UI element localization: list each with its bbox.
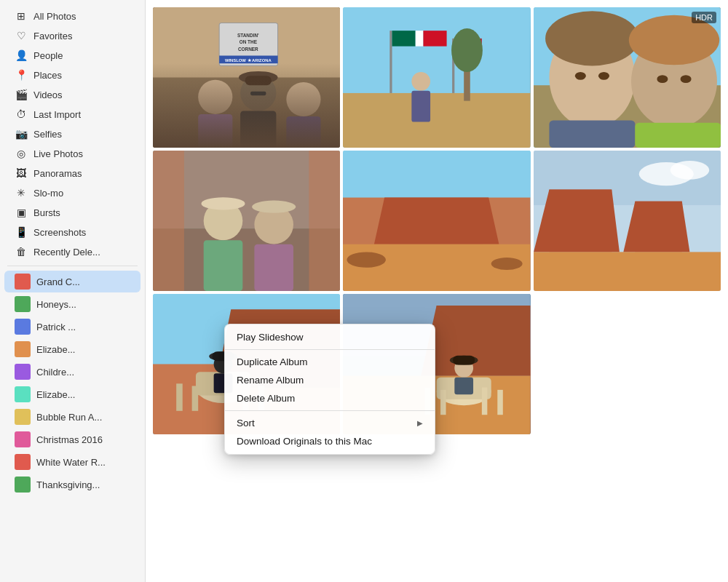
svg-rect-21 (416, 31, 424, 46)
context-menu-label: Play Slideshow (237, 332, 304, 343)
sidebar-item-all-photos[interactable]: ⊞ All Photos (4, 7, 141, 25)
sidebar-item-panoramas[interactable]: 🖼 Panoramas (4, 164, 141, 183)
svg-rect-39 (635, 123, 721, 148)
sidebar-item-places[interactable]: 📍 Places (4, 65, 141, 84)
sidebar-item-grand-canyon[interactable]: Grand C... (4, 271, 141, 292)
svg-text:CORNER: CORNER (238, 47, 258, 52)
svg-rect-38 (549, 120, 635, 148)
sidebar-item-label: Selfies (33, 129, 62, 140)
svg-marker-68 (623, 202, 689, 252)
context-menu-duplicate-album[interactable]: Duplicate Album (225, 353, 435, 371)
sidebar-item-bubble-run[interactable]: Bubble Run A... (4, 406, 141, 428)
svg-point-40 (574, 72, 585, 80)
svg-rect-16 (250, 92, 266, 95)
svg-point-62 (491, 258, 523, 270)
svg-rect-18 (343, 93, 530, 148)
photo-cell[interactable] (153, 151, 340, 291)
photo-cell[interactable]: STANDIN' ON THE CORNER WINSLOW ★ ARIZONA (153, 7, 340, 148)
sidebar-item-honeymoon[interactable]: Honeys... (4, 293, 141, 315)
sidebar-item-label: Elizabe... (36, 344, 75, 355)
svg-point-43 (680, 75, 691, 83)
sidebar-item-elizabeth2[interactable]: Elizabe... (4, 383, 141, 405)
sidebar-item-live-photos[interactable]: ◎ Live Photos (4, 144, 141, 163)
favorites-icon: ♡ (15, 29, 28, 42)
context-menu-sort[interactable]: Sort ▶ (225, 414, 435, 432)
sidebar-item-screenshots[interactable]: 📱 Screenshots (4, 223, 141, 242)
selfies-icon: 📷 (15, 127, 28, 140)
sidebar-item-label: Bubble Run A... (36, 412, 102, 423)
people-icon: 👤 (15, 49, 28, 62)
svg-rect-98 (440, 390, 446, 415)
svg-rect-82 (176, 383, 183, 411)
sidebar-item-last-import[interactable]: ⏱ Last Import (4, 105, 141, 124)
sidebar-item-favorites[interactable]: ♡ Favorites (4, 26, 141, 45)
svg-rect-69 (534, 252, 721, 291)
svg-point-30 (412, 72, 431, 91)
sidebar-item-slo-mo[interactable]: ✳ Slo-mo (4, 183, 141, 202)
context-menu-download-originals[interactable]: Download Originals to this Mac (225, 432, 435, 450)
context-menu-rename-album[interactable]: Rename Album (225, 371, 435, 389)
svg-text:STANDIN': STANDIN' (237, 33, 259, 38)
svg-rect-22 (424, 31, 447, 46)
album-thumbnail (15, 409, 31, 425)
svg-point-61 (347, 252, 387, 267)
context-menu-divider (225, 410, 435, 411)
svg-rect-83 (192, 386, 199, 411)
svg-rect-15 (245, 76, 272, 85)
context-menu-delete-album[interactable]: Delete Album (225, 389, 435, 407)
sidebar-item-label: Live Photos (33, 148, 83, 159)
context-menu-play-slideshow[interactable]: Play Slideshow (225, 328, 435, 346)
svg-rect-59 (343, 151, 530, 197)
svg-point-42 (657, 75, 668, 83)
sidebar-item-label: Places (33, 70, 62, 81)
sidebar-item-recently-deleted[interactable]: 🗑 Recently Dele... (4, 242, 141, 261)
live-photos-icon: ◎ (15, 147, 28, 160)
album-thumbnail (15, 364, 31, 380)
album-thumbnail (15, 477, 31, 493)
album-thumbnail (15, 341, 31, 357)
places-icon: 📍 (15, 68, 28, 81)
last-import-icon: ⏱ (15, 108, 28, 121)
svg-rect-53 (153, 151, 184, 291)
sidebar-item-label: Patrick ... (36, 322, 76, 332)
sidebar-item-white-water[interactable]: White Water R... (4, 451, 141, 473)
videos-icon: 🎬 (15, 88, 28, 101)
svg-rect-50 (254, 244, 293, 291)
sidebar-item-thanksgiving[interactable]: Thanksgiving... (4, 474, 141, 495)
sidebar-item-elizabeth[interactable]: Elizabe... (4, 338, 141, 360)
svg-point-36 (545, 11, 639, 65)
svg-rect-20 (392, 31, 416, 46)
svg-point-14 (239, 71, 278, 84)
svg-text:ON THE: ON THE (240, 39, 258, 44)
main-content: STANDIN' ON THE CORNER WINSLOW ★ ARIZONA (146, 0, 728, 582)
album-thumbnail (15, 296, 31, 312)
album-thumbnail (15, 274, 31, 290)
svg-rect-94 (455, 378, 474, 395)
svg-rect-11 (240, 111, 276, 148)
sidebar-item-videos[interactable]: 🎬 Videos (4, 85, 141, 104)
album-thumbnail (15, 319, 31, 335)
sidebar-item-bursts[interactable]: ▣ Bursts (4, 203, 141, 222)
sidebar-item-label: Thanksgiving... (36, 479, 100, 490)
photo-cell[interactable]: HDR (534, 7, 721, 148)
context-menu-label: Delete Album (237, 393, 295, 404)
sidebar-item-selfies[interactable]: 📷 Selfies (4, 124, 141, 143)
svg-point-71 (670, 161, 709, 180)
sidebar-item-patrick[interactable]: Patrick ... (4, 316, 141, 338)
photo-cell[interactable] (343, 151, 530, 291)
sidebar-item-christmas-2016[interactable]: Christmas 2016 (4, 428, 141, 450)
sidebar-item-label: Grand C... (36, 276, 80, 287)
photo-cell[interactable] (343, 7, 530, 148)
sidebar-item-label: Slo-mo (33, 188, 63, 199)
svg-rect-99 (482, 388, 488, 415)
svg-point-41 (598, 72, 609, 80)
sidebar-item-label: Favorites (33, 31, 72, 41)
photo-cell[interactable] (534, 151, 721, 291)
context-menu-label: Duplicate Album (237, 356, 308, 367)
svg-rect-96 (454, 356, 475, 365)
sidebar-item-people[interactable]: 👤 People (4, 46, 141, 65)
sidebar-item-label: Recently Dele... (33, 247, 100, 258)
svg-point-8 (198, 80, 232, 114)
sidebar-item-children[interactable]: Childre... (4, 361, 141, 383)
sidebar-item-label: People (33, 50, 63, 61)
